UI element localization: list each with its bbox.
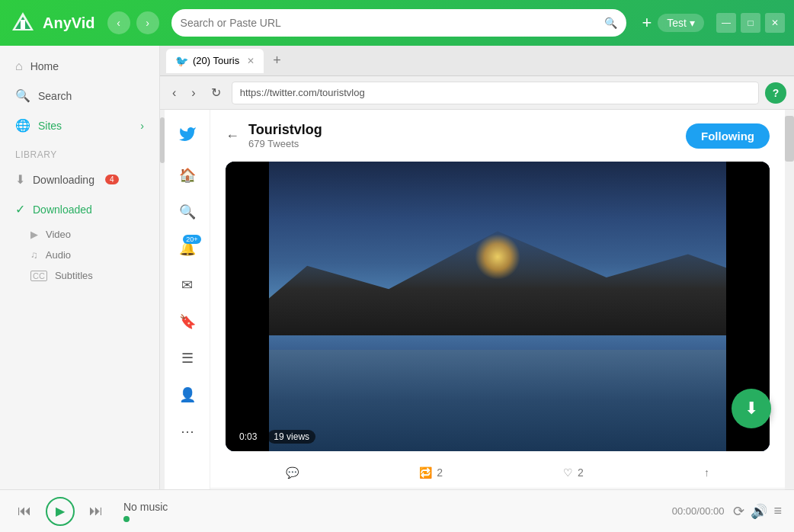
video-label: Video: [46, 229, 71, 240]
twitter-profile-button[interactable]: 👤: [171, 378, 204, 412]
user-menu-button[interactable]: Test ▾: [658, 14, 704, 32]
comment-icon: 💬: [286, 466, 299, 479]
browser-refresh-button[interactable]: ↻: [207, 82, 226, 103]
url-bar[interactable]: https://twitter.com/touristvlog: [232, 82, 759, 104]
sidebar-item-home[interactable]: ⌂ Home: [0, 52, 159, 81]
no-music-text: No music: [123, 501, 657, 513]
player-volume-button[interactable]: 🔊: [751, 503, 767, 520]
download-fab-button[interactable]: ⬇: [732, 389, 771, 428]
player-time: 00:00/00:00: [672, 505, 725, 517]
retweet-count: 2: [437, 466, 443, 479]
svg-rect-2: [21, 20, 25, 29]
downloaded-label: Downloaded: [33, 204, 92, 216]
player-repeat-button[interactable]: ⟳: [733, 503, 744, 520]
sidebar-item-sites[interactable]: 🌐 Sites ›: [0, 111, 159, 140]
app-title: AnyVid: [43, 14, 95, 32]
sidebar-sub-video[interactable]: ▶ Video: [0, 224, 159, 245]
tweet-back-button[interactable]: ←: [226, 128, 239, 144]
downloading-icon: ⬇: [15, 172, 25, 187]
video-icon: ▶: [30, 229, 38, 240]
video-frame: 0:03 19 views: [226, 162, 770, 451]
tweet-header: ← Touristvlog 679 Tweets Following: [210, 110, 785, 155]
home-icon: ⌂: [15, 59, 23, 73]
tab-label: (20) Touris: [193, 55, 239, 66]
main-search-bar: 🔍: [171, 9, 627, 37]
right-scroll-track: [785, 110, 794, 489]
twitter-search-button[interactable]: 🔍: [171, 195, 204, 229]
sidebar-sub-subtitles[interactable]: CC Subtitles: [0, 265, 159, 286]
sidebar-search-label: Search: [38, 90, 72, 102]
back-button[interactable]: ‹: [107, 11, 130, 34]
audio-icon: ♫: [30, 249, 38, 261]
new-tab-button[interactable]: +: [267, 50, 287, 72]
twitter-lists-button[interactable]: ☰: [171, 341, 204, 375]
share-icon: ↑: [704, 466, 709, 479]
player-right-controls: ⟳ 🔊 ≡: [733, 503, 782, 520]
browser-forward-button[interactable]: ›: [187, 83, 200, 103]
twitter-notifications-button[interactable]: 🔔 20+: [171, 232, 204, 265]
sites-icon: 🌐: [15, 118, 30, 133]
twitter-bookmarks-button[interactable]: 🔖: [171, 305, 204, 338]
video-overlay: 0:03 19 views: [235, 430, 315, 444]
right-scroll-thumb[interactable]: [785, 116, 794, 162]
tweet-content: ← Touristvlog 679 Tweets Following: [210, 110, 785, 489]
titlebar: AnyVid ‹ › 🔍 + Test ▾ — □ ✕: [0, 0, 794, 46]
following-button[interactable]: Following: [686, 123, 770, 149]
tweet-count: 679 Tweets: [248, 138, 677, 149]
library-section-label: Library: [0, 140, 159, 165]
twitter-tab[interactable]: 🐦 (20) Touris ✕: [166, 49, 264, 73]
tab-bar: 🐦 (20) Touris ✕ +: [160, 46, 794, 76]
user-chevron-icon: ▾: [690, 17, 695, 29]
help-button[interactable]: ?: [765, 82, 786, 104]
retweet-button[interactable]: 🔁 2: [419, 466, 443, 479]
app-logo-icon: [9, 9, 37, 37]
forward-button[interactable]: ›: [136, 11, 159, 34]
download-fab-icon: ⬇: [744, 399, 758, 418]
subtitles-icon: CC: [30, 271, 47, 281]
close-button[interactable]: ✕: [765, 13, 785, 33]
downloading-badge: 4: [105, 175, 119, 184]
player-next-button[interactable]: ⏭: [84, 499, 108, 524]
video-container: 0:03 19 views: [226, 162, 770, 451]
sidebar-home-label: Home: [30, 60, 59, 72]
player-progress-dot: [123, 516, 130, 522]
player-play-button[interactable]: ▶: [46, 497, 75, 526]
twitter-more-button[interactable]: ⋯: [171, 415, 204, 448]
add-tab-button[interactable]: +: [642, 13, 652, 33]
tweet-user-info: Touristvlog 679 Tweets: [248, 122, 677, 149]
downloaded-icon: ✓: [15, 202, 25, 216]
tweet-actions: 💬 🔁 2 ♡ 2 ↑: [210, 457, 785, 489]
sidebar-item-downloading[interactable]: ⬇ Downloading 4: [0, 165, 159, 194]
sites-chevron-icon: ›: [140, 120, 144, 132]
video-views: 19 views: [267, 430, 315, 444]
comment-button[interactable]: 💬: [286, 466, 299, 479]
sidebar-item-search[interactable]: 🔍 Search: [0, 81, 159, 111]
left-scroll-thumb[interactable]: [160, 117, 165, 163]
video-sun: [475, 234, 520, 280]
heart-icon: ♡: [563, 466, 573, 479]
sidebar-item-downloaded[interactable]: ✓ Downloaded: [0, 194, 159, 224]
sidebar-sites-label: Sites: [38, 120, 62, 132]
subtitles-label: Subtitles: [55, 270, 93, 281]
user-area: Test ▾ — □ ✕: [658, 13, 785, 33]
user-label: Test: [667, 17, 687, 29]
video-time: 0:03: [235, 430, 261, 444]
twitter-logo-button[interactable]: [171, 117, 204, 151]
player-queue-button[interactable]: ≡: [773, 503, 782, 519]
logo-area: AnyVid: [9, 9, 95, 37]
twitter-home-button[interactable]: 🏠: [171, 159, 204, 192]
minimize-button[interactable]: —: [716, 13, 736, 33]
like-button[interactable]: ♡ 2: [563, 466, 584, 479]
player-prev-button[interactable]: ⏮: [12, 499, 37, 524]
sidebar-sub-audio[interactable]: ♫ Audio: [0, 245, 159, 265]
browser-back-button[interactable]: ‹: [168, 83, 181, 103]
twitter-messages-button[interactable]: ✉: [171, 268, 204, 302]
search-sidebar-icon: 🔍: [15, 88, 30, 103]
maximize-button[interactable]: □: [741, 13, 760, 33]
player-info: No music: [117, 501, 663, 522]
notification-badge: 20+: [183, 235, 200, 244]
main-search-input[interactable]: [181, 17, 599, 29]
share-button[interactable]: ↑: [704, 466, 709, 479]
tab-close-button[interactable]: ✕: [247, 56, 255, 66]
browser-toolbar: ‹ › ↻ https://twitter.com/touristvlog ?: [160, 76, 794, 110]
